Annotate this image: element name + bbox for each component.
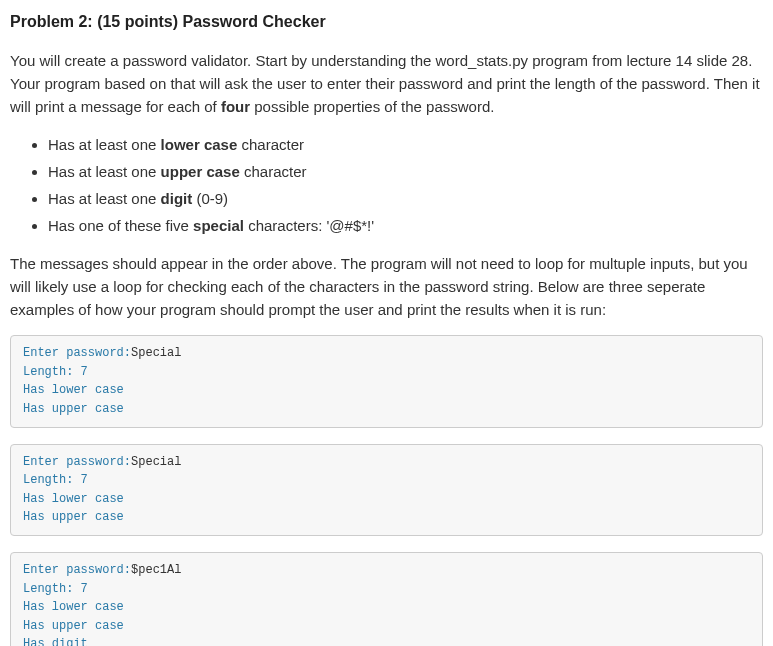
li-bold: digit xyxy=(161,190,193,207)
li-pre: Has one of these five xyxy=(48,217,193,234)
code-line: Has upper case xyxy=(23,619,124,633)
heading-prefix: Problem 2: (15 points) xyxy=(10,13,182,30)
list-item: Has at least one lower case character xyxy=(48,133,763,156)
problem-heading: Problem 2: (15 points) Password Checker xyxy=(10,10,763,35)
intro-bold-four: four xyxy=(221,98,250,115)
list-item: Has at least one upper case character xyxy=(48,160,763,183)
code-line: Has lower case xyxy=(23,383,124,397)
code-line: Enter password: xyxy=(23,563,131,577)
code-line: Length: 7 xyxy=(23,473,88,487)
code-line: Has upper case xyxy=(23,402,124,416)
code-line: Has lower case xyxy=(23,492,124,506)
code-line: Has digit xyxy=(23,637,88,646)
li-post: characters: '@#$*!' xyxy=(244,217,374,234)
outro-paragraph: The messages should appear in the order … xyxy=(10,252,763,322)
li-bold: upper case xyxy=(161,163,240,180)
code-line: Length: 7 xyxy=(23,365,88,379)
example-output-2: Enter password:Special Length: 7 Has low… xyxy=(10,444,763,536)
li-pre: Has at least one xyxy=(48,136,161,153)
li-post: (0-9) xyxy=(192,190,228,207)
heading-title: Password Checker xyxy=(182,13,325,30)
code-line: Length: 7 xyxy=(23,582,88,596)
li-bold: special xyxy=(193,217,244,234)
user-input: Special xyxy=(131,455,181,469)
li-post: character xyxy=(240,163,307,180)
user-input: $pec1Al xyxy=(131,563,181,577)
code-line: Enter password: xyxy=(23,346,131,360)
code-line: Enter password: xyxy=(23,455,131,469)
li-pre: Has at least one xyxy=(48,163,161,180)
example-output-3: Enter password:$pec1Al Length: 7 Has low… xyxy=(10,552,763,646)
list-item: Has one of these five special characters… xyxy=(48,214,763,237)
intro-paragraph: You will create a password validator. St… xyxy=(10,49,763,119)
li-post: character xyxy=(237,136,304,153)
list-item: Has at least one digit (0-9) xyxy=(48,187,763,210)
intro-text-2: possible properties of the password. xyxy=(250,98,494,115)
code-line: Has upper case xyxy=(23,510,124,524)
code-line: Has lower case xyxy=(23,600,124,614)
user-input: Special xyxy=(131,346,181,360)
properties-list: Has at least one lower case character Ha… xyxy=(48,133,763,238)
li-bold: lower case xyxy=(161,136,238,153)
example-output-1: Enter password:Special Length: 7 Has low… xyxy=(10,335,763,427)
li-pre: Has at least one xyxy=(48,190,161,207)
